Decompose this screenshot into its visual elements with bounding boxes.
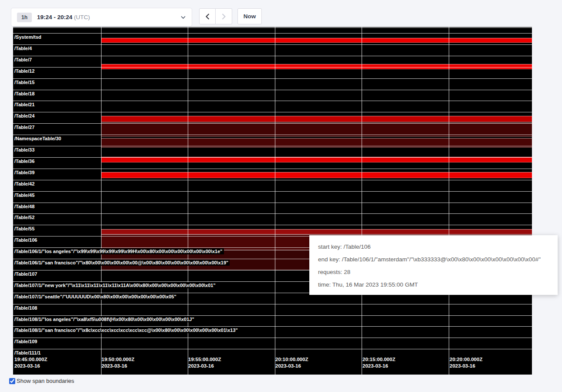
time-pager [199,8,232,24]
span-boundary-line [13,123,532,124]
span-boundary-line [13,146,532,146]
prev-range-button[interactable] [199,8,216,24]
hot-range-band[interactable] [102,172,532,178]
row-key-label: /Table/7 [14,57,33,63]
hot-range-band[interactable] [102,38,532,43]
row-key-label: /System/tsd [14,34,43,40]
row-key-label: /Table/42 [14,181,36,187]
show-span-boundaries-control: Show span boundaries [9,378,74,384]
tooltip-start-key: start key: /Table/106 [318,243,552,250]
row-key-label: /Table/107/1/"seattle"/"UUUUUUD\x00\x80\… [14,294,178,300]
row-key-label: /Table/108 [14,305,38,311]
span-boundary-line [13,203,532,203]
span-boundary-line [13,225,532,225]
span-boundary-line [13,78,532,79]
row-key-label: /Table/55 [14,226,36,232]
span-boundary-line [13,180,532,180]
span-boundary-line [13,169,532,169]
row-key-label: /Table/107/1/"new york"/"\x11\x11\x11\x1… [14,282,217,288]
row-key-label: /Table/111/1 [14,350,42,356]
hot-range-band[interactable] [102,116,532,122]
span-boundary-line [13,304,532,304]
row-key-label: /Table/48 [14,203,36,210]
span-boundary-line [13,67,532,68]
row-key-label: /Table/36 [14,158,36,164]
row-key-label: /Table/106/1/"san francisco"/"\x80\x00\x… [14,260,230,266]
row-key-label: /Table/108/1/"los angeles"/"\xa8\xf5\u00… [14,316,196,322]
x-axis-tick-label: 19:55:00.000Z2023-03-16 [188,356,221,369]
time-range-dropdown[interactable]: 1h 19:24 - 20:24 (UTC) [11,8,192,27]
row-key-label: /Table/27 [14,124,36,130]
row-key-label: /Table/109 [14,338,38,345]
toolbar: 1h 19:24 - 20:24 (UTC) Now [11,8,262,27]
span-boundary-line [13,191,532,192]
span-boundary-line [13,157,532,158]
timezone-label: (UTC) [74,14,90,20]
tooltip-requests: requests: 28 [318,269,552,275]
row-key-label: /Table/4 [14,45,33,51]
span-boundary-line [13,213,532,214]
time-gridline [188,27,188,375]
row-key-label: /Table/21 [14,101,36,108]
chevron-right-icon [222,14,226,20]
span-boundary-line [13,112,532,112]
span-boundary-line [13,326,532,327]
keyspace-heatmap-canvas[interactable]: /System/tsd/Table/4/Table/7/Table/12/Tab… [13,27,532,375]
row-key-label: /Table/15 [14,79,36,85]
time-preset-badge: 1h [17,13,32,22]
row-key-label: /Table/107 [14,271,38,277]
tooltip-time: time: Thu, 16 Mar 2023 19:55:00 GMT [318,281,552,288]
span-boundary-line [13,33,532,34]
chevron-left-icon [206,14,210,20]
span-boundary-line [13,56,532,56]
time-gridline [449,27,449,375]
hot-range-band[interactable] [102,229,532,234]
x-axis-tick-label: 20:10:00.000Z2023-03-16 [275,356,308,369]
row-key-label: /Table/108/1/"san francisco"/"\x8c\xcc\x… [14,327,239,333]
time-range-label: 19:24 - 20:24 (UTC) [37,14,90,20]
span-tooltip: start key: /Table/106 end key: /Table/10… [309,235,558,295]
tooltip-end-key: end key: /Table/106/1/"amsterdam"/"\xb33… [318,256,552,263]
span-boundary-line [13,135,532,135]
span-boundary-line [13,338,532,338]
hot-range-band[interactable] [102,157,532,162]
row-key-label: /Table/24 [14,113,36,119]
row-key-label: /Table/39 [14,169,36,176]
x-axis-tick-label: 20:15:00.000Z2023-03-16 [362,356,395,369]
span-boundary-line [13,315,532,316]
chevron-down-icon [181,16,186,19]
show-span-boundaries-checkbox[interactable] [9,378,15,384]
next-range-button[interactable] [216,8,232,24]
now-button[interactable]: Now [237,8,262,24]
show-span-boundaries-label: Show span boundaries [17,378,74,384]
time-gridline [101,27,102,375]
row-key-label: /Table/18 [14,91,36,97]
span-boundary-line [13,101,532,101]
row-key-label: /Table/12 [14,68,36,74]
span-boundary-line [13,90,532,90]
time-range-value: 19:24 - 20:24 [37,14,72,20]
x-axis-tick-label: 19:45:00.000Z2023-03-16 [14,356,47,369]
row-key-label: /Table/52 [14,214,36,220]
row-key-label: /Table/45 [14,192,36,198]
row-key-label: /Table/106/1/"los angeles"/"\x99\x99\x99… [14,248,224,254]
row-key-label: /Table/33 [14,147,36,153]
row-key-label: /Table/106 [14,237,38,243]
span-boundary-line [13,27,532,28]
x-axis-tick-label: 19:50:00.000Z2023-03-16 [102,356,134,369]
span-boundary-line [13,349,532,349]
x-axis-tick-label: 20:20:00.000Z2023-03-16 [450,356,482,369]
span-boundary-line [13,44,532,45]
time-gridline [275,27,275,375]
time-gridline [362,27,362,375]
row-key-label: /NamespaceTable/30 [14,135,62,142]
